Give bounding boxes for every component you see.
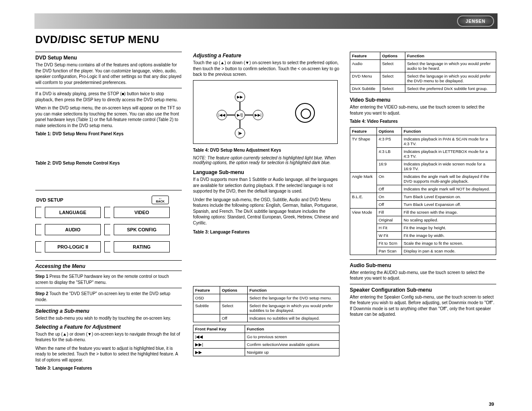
caption: Table 1: DVD Setup Menu Front Panel Keys (35, 131, 182, 137)
brand-logo: JENSEN (457, 16, 494, 27)
next-icon: ▶▶| (253, 110, 263, 120)
table-language-features: Feature Options Function OSDSelect the l… (193, 286, 339, 322)
sec-language-title: Language Sub-menu (193, 169, 339, 175)
note: NOTE: The feature option currently selec… (193, 156, 339, 165)
caption: Table 2: DVD Setup Remote Control Keys (35, 160, 182, 166)
table-row: TV Shape4:3 PSIndicates playback in PAN … (350, 135, 496, 147)
opt-video[interactable]: VIDEO (114, 207, 170, 218)
th: Function (245, 325, 339, 333)
caption: Table 4: DVD Setup Menu Adjustment Keys (193, 147, 339, 153)
table-row: B.L.E.OnTurn Black Level Expansion on. (350, 193, 496, 200)
sec-select-submenu-title: Selecting a Sub-menu (35, 308, 182, 314)
th: Function (405, 52, 496, 60)
th: Front Panel Key (193, 325, 245, 333)
p: After entering the Speaker Config sub-me… (350, 294, 496, 318)
sec-adjusting-title: Adjusting a Feature (193, 53, 339, 59)
th: Feature (350, 127, 377, 135)
table-row: OSDSelect the language for the DVD setup… (193, 294, 339, 302)
th: Function (402, 127, 496, 135)
sec-accessing-title: Accessing the Menu (35, 263, 182, 269)
p: After entering the AUDIO sub-menu, use t… (350, 270, 496, 281)
opt-box[interactable] (104, 207, 110, 218)
p: If a DVD supports more than 1 Subtitle o… (193, 177, 339, 194)
table-row: SubtitleSelectSelect the language in whi… (193, 302, 339, 314)
th: Options (220, 286, 248, 294)
sec-dvd-setup-title: DVD Setup Menu (35, 55, 182, 61)
table-front-panel-keys: Front Panel Key Function |◀◀Go to previo… (193, 325, 339, 356)
arrow-left-icon: ← (158, 197, 162, 200)
dvd-setup-panel: DVD SETUP ← BACK LANGUAGE VIDEO AUDIO SP… (35, 193, 170, 252)
opt-box[interactable] (104, 241, 110, 252)
p: Touch the up (▲) or down (▼) on-screen k… (35, 331, 182, 343)
table-row: OffIndicates no subtitles will be displa… (193, 314, 339, 322)
p: Select the sub-menu you wish to modify b… (35, 315, 182, 321)
joystick-icon (295, 103, 315, 123)
key-diagram: ▶▶ |◀◀ ▶/|| ▶▶| |▶ (193, 80, 338, 144)
header-band (34, 13, 498, 29)
table-video-features: Feature Options Function TV Shape4:3 PSI… (350, 127, 496, 255)
opt-box[interactable] (104, 224, 110, 235)
p: When in the DVD setup menu, the on-scree… (35, 105, 182, 128)
dvd-setup-label: DVD SETUP (36, 197, 63, 202)
opt-audio[interactable]: AUDIO (45, 224, 101, 235)
table-row: Angle MarkOnIndicates the angle mark wil… (350, 172, 496, 185)
p: If a DVD is already playing, press the S… (35, 91, 182, 103)
opt-spkconfig[interactable]: SPK CONFIG (114, 224, 170, 235)
table-row: DVD MenuSelectSelect the language in whi… (350, 72, 496, 85)
ff-icon: ▶▶ (235, 92, 245, 102)
opt-box[interactable] (35, 241, 41, 252)
opt-box[interactable] (35, 207, 41, 218)
p: Step 2 Touch the "DVD SETUP" on-screen k… (35, 291, 182, 302)
sec-spk-title: Speaker Configuration Sub-menu (350, 287, 496, 293)
p: When the name of the feature you want to… (35, 346, 182, 363)
th: Options (380, 52, 405, 60)
back-button[interactable]: ← BACK (152, 196, 169, 204)
p: The DVD Setup menu contains all of the f… (35, 62, 182, 85)
table-language-cont: Feature Options Function AudioSelectSele… (350, 52, 496, 93)
sec-video-title: Video Sub-menu (350, 97, 496, 103)
opt-language[interactable]: LANGUAGE (45, 207, 101, 218)
back-label: BACK (156, 200, 165, 203)
sec-select-feature-title: Selecting a Feature for Adjustment (35, 324, 182, 330)
sec-audio-title: Audio Sub-menu (350, 262, 496, 268)
opt-prologic[interactable]: PRO-LOGIC II (45, 241, 101, 252)
page-title: DVD/DISC SETUP MENU (35, 34, 159, 46)
caption: Table 3: Language Features (35, 365, 182, 371)
prev-icon: |◀◀ (217, 110, 227, 120)
opt-box[interactable] (35, 224, 41, 235)
caption: Table 4: Video Features (350, 118, 496, 125)
table-row: AudioSelectSelect the language in which … (350, 60, 496, 72)
play-pause-icon: ▶/|| (235, 110, 245, 120)
table-row: ▶▶Navigate up (193, 349, 339, 356)
caption: Table 3: Language Features (193, 229, 339, 235)
table-row: ▶▶|Confirm selection/view available opti… (193, 341, 339, 349)
p: Under the language sub-menu, the OSD, Su… (193, 197, 339, 226)
opt-rating[interactable]: RATING (114, 241, 170, 252)
p: After entering the VIDEO sub-menu, use t… (350, 104, 496, 116)
th: Options (377, 127, 402, 135)
step-icon: |▶ (235, 128, 245, 138)
p: Touch the up (▲) or down (▼) on-screen k… (193, 60, 339, 78)
p: Step 1 Press the SETUP hardware key on t… (35, 274, 182, 285)
table-row: View ModeFillFill the screen with the im… (350, 208, 496, 216)
page-number: 39 (489, 402, 494, 407)
table-row: DivX SubtitleSelectSelect the preferred … (350, 85, 496, 93)
table-row: |◀◀Go to previous screen (193, 333, 339, 341)
th: Function (248, 286, 339, 294)
th: Feature (193, 286, 220, 294)
th: Feature (350, 52, 380, 60)
